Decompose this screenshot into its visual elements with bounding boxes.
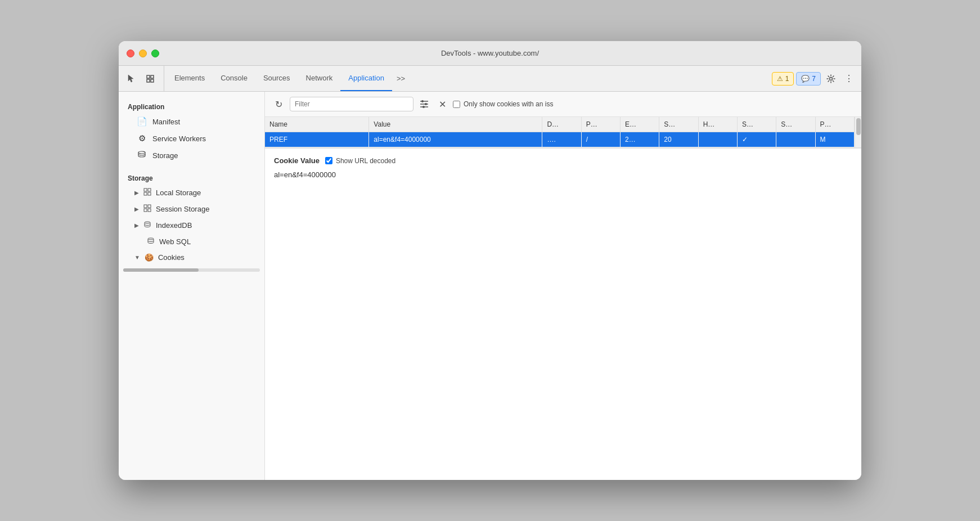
cursor-icon[interactable] bbox=[123, 71, 139, 87]
tab-network[interactable]: Network bbox=[298, 66, 341, 91]
col-header-expires[interactable]: E… bbox=[621, 117, 659, 132]
cell-expires: 2… bbox=[621, 132, 659, 147]
sidebar-divider bbox=[119, 164, 264, 170]
show-url-decoded-checkbox[interactable] bbox=[325, 157, 332, 164]
scrollbar-thumb[interactable] bbox=[856, 118, 861, 135]
cookies-table: Name Value D… P… E… S… H… S… S… P… bbox=[265, 117, 855, 147]
tab-sources[interactable]: Sources bbox=[255, 66, 298, 91]
chat-icon: 💬 bbox=[801, 75, 810, 83]
cell-priority: M bbox=[815, 132, 854, 147]
sidebar-item-manifest-label: Manifest bbox=[152, 118, 180, 126]
sidebar-item-session-storage-label: Session Storage bbox=[156, 205, 209, 213]
sidebar-item-manifest[interactable]: 📄 Manifest bbox=[119, 113, 264, 130]
svg-rect-3 bbox=[151, 79, 154, 82]
col-header-name[interactable]: Name bbox=[265, 117, 369, 132]
cookies-toolbar: ↻ ✕ On bbox=[265, 92, 861, 117]
cookie-value-label: Cookie Value bbox=[274, 156, 320, 165]
settings-button[interactable] bbox=[823, 71, 839, 87]
svg-point-5 bbox=[138, 151, 145, 154]
cookie-value-text: al=en&f4=4000000 bbox=[274, 170, 852, 179]
table-scrollbar[interactable] bbox=[855, 117, 861, 147]
tab-application[interactable]: Application bbox=[340, 66, 392, 91]
col-header-value[interactable]: Value bbox=[369, 117, 542, 132]
info-badge[interactable]: 💬 7 bbox=[796, 72, 821, 86]
col-header-secure[interactable]: S… bbox=[737, 117, 776, 132]
sidebar-item-web-sql-label: Web SQL bbox=[159, 237, 191, 246]
col-header-domain[interactable]: D… bbox=[542, 117, 581, 132]
web-sql-icon bbox=[147, 237, 155, 246]
table-container: Name Value D… P… E… S… H… S… S… P… bbox=[265, 117, 861, 148]
tab-overflow[interactable]: >> bbox=[392, 66, 410, 91]
table-row[interactable]: PREF al=en&f4=4000000 …. / 2… 20 ✓ M bbox=[265, 132, 855, 147]
cookies-icon: 🍪 bbox=[145, 253, 154, 262]
filter-columns-button[interactable] bbox=[417, 97, 431, 111]
local-storage-arrow: ▶ bbox=[134, 190, 139, 196]
cookies-arrow: ▼ bbox=[134, 254, 140, 260]
sidebar-item-local-storage-label: Local Storage bbox=[156, 188, 201, 197]
more-button[interactable]: ⋮ bbox=[841, 71, 857, 87]
title-bar: DevTools - www.youtube.com/ bbox=[119, 41, 861, 66]
col-header-path[interactable]: P… bbox=[581, 117, 620, 132]
cookie-value-panel: Cookie Value Show URL decoded al=en&f4=4… bbox=[265, 148, 861, 480]
show-url-decoded-label[interactable]: Show URL decoded bbox=[325, 157, 395, 165]
only-show-cookies-label[interactable]: Only show cookies with an iss bbox=[453, 100, 553, 108]
svg-point-20 bbox=[425, 103, 427, 105]
sidebar-item-local-storage[interactable]: ▶ Local Storage bbox=[119, 185, 264, 201]
cell-domain: …. bbox=[542, 132, 581, 147]
sidebar-item-session-storage[interactable]: ▶ Session Storage bbox=[119, 201, 264, 217]
warning-icon: ⚠ bbox=[777, 75, 783, 83]
table-header: Name Value D… P… E… S… H… S… S… P… bbox=[265, 117, 855, 132]
tab-icons bbox=[123, 66, 164, 91]
col-header-priority[interactable]: P… bbox=[815, 117, 854, 132]
window-title: DevTools - www.youtube.com/ bbox=[441, 49, 539, 57]
svg-rect-2 bbox=[147, 79, 150, 82]
clear-icon: ✕ bbox=[439, 99, 446, 110]
sidebar-item-indexeddb[interactable]: ▶ IndexedDB bbox=[119, 217, 264, 233]
traffic-lights bbox=[127, 50, 159, 57]
col-header-http-only[interactable]: H… bbox=[698, 117, 737, 132]
warning-badge[interactable]: ⚠ 1 bbox=[772, 72, 794, 86]
col-header-same-site[interactable]: S… bbox=[776, 117, 815, 132]
svg-rect-13 bbox=[148, 209, 151, 212]
tab-console[interactable]: Console bbox=[213, 66, 255, 91]
info-count: 7 bbox=[812, 75, 816, 83]
cell-same-site bbox=[776, 132, 815, 147]
sidebar-item-web-sql[interactable]: Web SQL bbox=[119, 233, 264, 250]
tab-bar: Elements Console Sources Network Applica… bbox=[119, 66, 861, 92]
sidebar-app-section: Application bbox=[119, 98, 264, 113]
indexeddb-icon bbox=[143, 221, 151, 230]
col-header-size[interactable]: S… bbox=[659, 117, 698, 132]
filter-input[interactable] bbox=[290, 97, 413, 111]
only-show-cookies-checkbox[interactable] bbox=[453, 101, 460, 108]
sidebar-scrollbar[interactable] bbox=[119, 265, 264, 275]
svg-rect-12 bbox=[144, 209, 147, 212]
svg-rect-10 bbox=[144, 205, 147, 208]
refresh-button[interactable]: ↻ bbox=[271, 96, 286, 112]
minimize-button[interactable] bbox=[139, 50, 147, 57]
main-content: Application 📄 Manifest ⚙ Service Workers… bbox=[119, 92, 861, 480]
svg-rect-1 bbox=[151, 75, 154, 78]
clear-button[interactable]: ✕ bbox=[435, 97, 449, 111]
manifest-icon: 📄 bbox=[137, 116, 147, 127]
cell-name: PREF bbox=[265, 132, 369, 147]
tab-actions: ⚠ 1 💬 7 ⋮ bbox=[772, 66, 857, 91]
local-storage-grid-icon bbox=[143, 188, 151, 197]
refresh-icon: ↻ bbox=[275, 99, 282, 110]
cell-secure: ✓ bbox=[737, 132, 776, 147]
sidebar-item-cookies-label: Cookies bbox=[158, 253, 185, 262]
svg-point-19 bbox=[421, 100, 424, 102]
tab-spacer bbox=[410, 66, 772, 91]
sidebar-item-storage-app[interactable]: Storage bbox=[119, 147, 264, 164]
maximize-button[interactable] bbox=[151, 50, 159, 57]
sidebar-item-cookies[interactable]: ▼ 🍪 Cookies bbox=[119, 250, 264, 265]
sidebar-item-service-workers[interactable]: ⚙ Service Workers bbox=[119, 130, 264, 147]
cookie-value-header: Cookie Value Show URL decoded bbox=[274, 156, 852, 165]
close-button[interactable] bbox=[127, 50, 134, 57]
tab-elements[interactable]: Elements bbox=[167, 66, 213, 91]
cell-path: / bbox=[581, 132, 620, 147]
session-storage-arrow: ▶ bbox=[134, 206, 139, 212]
svg-rect-0 bbox=[147, 75, 150, 78]
inspect-icon[interactable] bbox=[142, 71, 158, 87]
svg-rect-11 bbox=[148, 205, 151, 208]
warning-count: 1 bbox=[785, 75, 789, 83]
